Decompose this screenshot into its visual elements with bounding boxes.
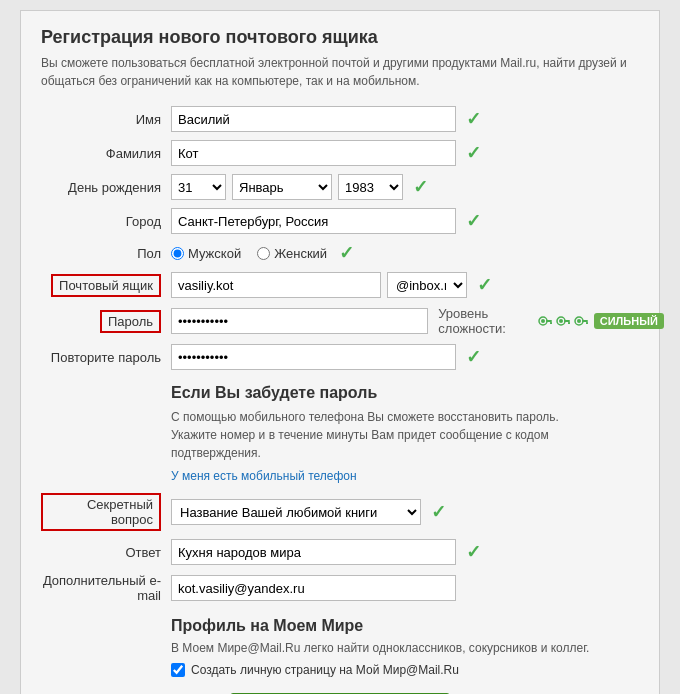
email-row: Почтовый ящик @inbox.ru @mail.ru @bk.ru …	[41, 272, 639, 298]
answer-control: ✓	[171, 539, 639, 565]
key-icon-1	[538, 313, 554, 329]
dob-row: День рождения 31 ЯнварьФевральМартАпрель…	[41, 174, 639, 200]
surname-control: ✓	[171, 140, 639, 166]
recovery-link[interactable]: У меня есть мобильный телефон	[171, 469, 357, 483]
surname-label: Фамилия	[41, 146, 171, 161]
profile-section: Профиль на Моем Мире В Моем Мире@Mail.Ru…	[171, 617, 639, 677]
page-title: Регистрация нового почтового ящика	[41, 27, 639, 48]
secret-question-label-highlighted: Секретный вопрос	[41, 493, 161, 531]
email-input[interactable]	[171, 272, 381, 298]
answer-checkmark: ✓	[466, 541, 481, 563]
registration-form: Регистрация нового почтового ящика Вы см…	[20, 10, 660, 694]
password-label: Пароль	[41, 310, 171, 333]
confirm-password-label: Повторите пароль	[41, 350, 171, 365]
city-label: Город	[41, 214, 171, 229]
email-control: @inbox.ru @mail.ru @bk.ru @list.ru ✓	[171, 272, 639, 298]
gender-checkmark: ✓	[339, 242, 354, 264]
gender-row: Пол Мужской Женский ✓	[41, 242, 639, 264]
gender-female-radio[interactable]	[257, 247, 270, 260]
name-checkmark: ✓	[466, 108, 481, 130]
password-label-highlighted: Пароль	[100, 310, 161, 333]
key-icon-2	[556, 313, 572, 329]
surname-checkmark: ✓	[466, 142, 481, 164]
profile-checkbox-label[interactable]: Создать личную страницу на Мой Мир@Mail.…	[171, 663, 639, 677]
password-row: Пароль Уровень сложности:	[41, 306, 639, 336]
dob-day-select[interactable]: 31	[171, 174, 226, 200]
svg-rect-11	[586, 322, 588, 324]
profile-title: Профиль на Моем Мире	[171, 617, 639, 635]
email-label-highlighted: Почтовый ящик	[51, 274, 161, 297]
svg-point-1	[541, 319, 545, 323]
profile-checkbox[interactable]	[171, 663, 185, 677]
svg-point-9	[577, 319, 581, 323]
key-icon-3	[574, 313, 590, 329]
name-label: Имя	[41, 112, 171, 127]
recovery-title: Если Вы забудете пароль	[171, 384, 639, 402]
additional-email-row: Дополнительный e-mail	[41, 573, 639, 603]
email-label: Почтовый ящик	[41, 274, 171, 297]
gender-female-label[interactable]: Женский	[257, 246, 327, 261]
dob-month-select[interactable]: ЯнварьФевральМартАпрель МайИюньИюльАвгус…	[232, 174, 332, 200]
answer-label: Ответ	[41, 545, 171, 560]
dob-control: 31 ЯнварьФевральМартАпрель МайИюньИюльАв…	[171, 174, 639, 200]
secret-question-control: Название Вашей любимой книги Имя Вашего …	[171, 499, 639, 525]
strength-label: Уровень сложности:	[438, 306, 534, 336]
svg-point-5	[559, 319, 563, 323]
recovery-desc: С помощью мобильного телефона Вы сможете…	[171, 408, 639, 462]
svg-rect-6	[564, 320, 570, 322]
svg-rect-10	[582, 320, 588, 322]
gender-female-text: Женский	[274, 246, 327, 261]
confirm-password-control: ✓	[171, 344, 639, 370]
gender-label: Пол	[41, 246, 171, 261]
gender-male-label[interactable]: Мужской	[171, 246, 241, 261]
secret-question-label: Секретный вопрос	[41, 493, 171, 531]
dob-year-select[interactable]: 1983	[338, 174, 403, 200]
email-checkmark: ✓	[477, 274, 492, 296]
svg-rect-7	[568, 322, 570, 324]
email-domain-select[interactable]: @inbox.ru @mail.ru @bk.ru @list.ru	[387, 272, 467, 298]
additional-email-input[interactable]	[171, 575, 456, 601]
strength-badge: СИЛЬНЫЙ	[594, 313, 664, 329]
city-input[interactable]	[171, 208, 456, 234]
confirm-password-checkmark: ✓	[466, 346, 481, 368]
confirm-password-input[interactable]	[171, 344, 456, 370]
recovery-section: Если Вы забудете пароль С помощью мобиль…	[171, 384, 639, 483]
password-input[interactable]	[171, 308, 428, 334]
confirm-password-row: Повторите пароль ✓	[41, 344, 639, 370]
name-input[interactable]	[171, 106, 456, 132]
answer-input[interactable]	[171, 539, 456, 565]
gender-male-radio[interactable]	[171, 247, 184, 260]
name-control: ✓	[171, 106, 639, 132]
dob-label: День рождения	[41, 180, 171, 195]
gender-male-text: Мужской	[188, 246, 241, 261]
additional-email-label: Дополнительный e-mail	[41, 573, 171, 603]
answer-row: Ответ ✓	[41, 539, 639, 565]
city-control: ✓	[171, 208, 639, 234]
strength-wrapper: Уровень сложности:	[438, 306, 664, 336]
name-row: Имя ✓	[41, 106, 639, 132]
additional-email-control	[171, 575, 639, 601]
gender-control: Мужской Женский ✓	[171, 242, 639, 264]
dob-checkmark: ✓	[413, 176, 428, 198]
secret-question-checkmark: ✓	[431, 501, 446, 523]
strength-icons	[538, 313, 590, 329]
secret-question-row: Секретный вопрос Название Вашей любимой …	[41, 493, 639, 531]
secret-question-select[interactable]: Название Вашей любимой книги Имя Вашего …	[171, 499, 421, 525]
profile-checkbox-text: Создать личную страницу на Мой Мир@Mail.…	[191, 663, 459, 677]
page-subtitle: Вы сможете пользоваться бесплатной элект…	[41, 54, 639, 90]
svg-rect-2	[546, 320, 552, 322]
city-checkmark: ✓	[466, 210, 481, 232]
surname-input[interactable]	[171, 140, 456, 166]
svg-rect-3	[550, 322, 552, 324]
city-row: Город ✓	[41, 208, 639, 234]
password-control: Уровень сложности:	[171, 306, 664, 336]
profile-desc: В Моем Мире@Mail.Ru легко найти одноклас…	[171, 641, 639, 655]
surname-row: Фамилия ✓	[41, 140, 639, 166]
